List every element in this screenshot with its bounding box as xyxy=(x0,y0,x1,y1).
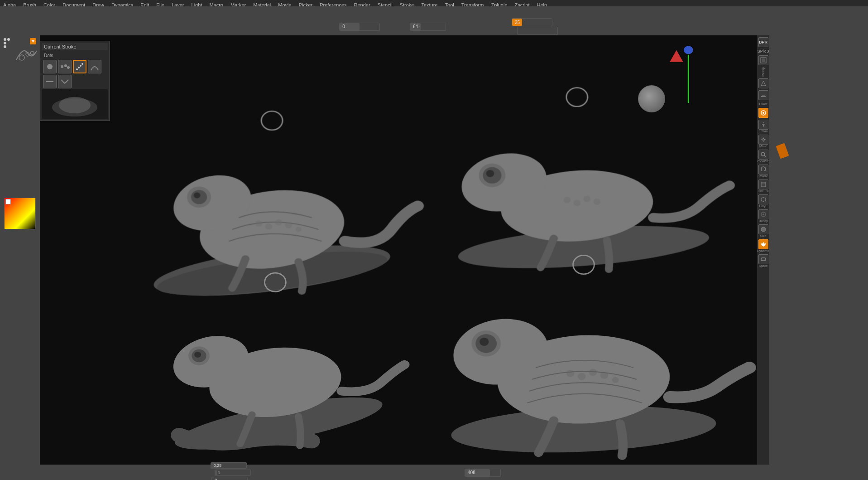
transp-btn[interactable] xyxy=(758,209,768,219)
lsym-label: L.Sym xyxy=(759,130,768,133)
svg-point-0 xyxy=(19,55,24,60)
rotate-view-btn[interactable] xyxy=(758,165,768,175)
stroke-type-5[interactable] xyxy=(43,75,57,88)
svg-rect-73 xyxy=(761,182,766,187)
floor-icon xyxy=(760,92,767,98)
svg-point-26 xyxy=(265,223,272,229)
linefill-btn[interactable] xyxy=(758,179,768,189)
svg-point-13 xyxy=(80,65,82,67)
stroke-type-4[interactable] xyxy=(88,60,101,73)
svg-point-78 xyxy=(762,213,764,215)
svg-point-27 xyxy=(275,219,282,225)
space-group: Space xyxy=(758,254,768,267)
draw-size-slider[interactable]: 64 xyxy=(410,23,446,31)
dynamic2-btn[interactable] xyxy=(758,239,768,249)
svg-point-71 xyxy=(761,152,765,156)
lazy-step-slider[interactable]: 0.25 xyxy=(211,462,247,469)
svg-point-11 xyxy=(76,68,78,70)
move-label: Move xyxy=(759,145,767,148)
dynamic-view-btn[interactable] xyxy=(758,55,768,65)
lsym-button[interactable] xyxy=(758,120,768,130)
chameleon-top-right xyxy=(454,87,729,275)
floor-button[interactable] xyxy=(758,90,768,100)
svg-point-24 xyxy=(194,192,201,198)
focal-shift-slider[interactable]: 0 xyxy=(339,23,380,31)
rotate-icon xyxy=(760,166,767,173)
navigation-sphere[interactable] xyxy=(638,85,665,112)
navicube[interactable] xyxy=(638,85,665,112)
move-group: Move xyxy=(758,135,768,148)
stroke-type-dots[interactable] xyxy=(73,60,86,73)
lsym-group: L.Sym xyxy=(758,120,768,133)
svg-marker-3 xyxy=(32,40,34,43)
linefill-label: Line Fill xyxy=(758,189,768,193)
lazy-radius-slider[interactable]: 1 xyxy=(215,470,251,476)
stroke-preview-area[interactable] xyxy=(3,37,37,72)
polyf-icon xyxy=(760,196,767,203)
svg-point-30 xyxy=(261,111,283,130)
spix-display: SPix 3 xyxy=(758,49,769,53)
persp-button[interactable] xyxy=(758,78,768,88)
linefill-group: Line Fill xyxy=(758,179,768,193)
middle-tools-strip: BPR SPix 3 Persp Floor xyxy=(757,35,769,465)
svg-marker-61 xyxy=(670,50,683,62)
color-picker[interactable] xyxy=(4,198,36,229)
svg-point-55 xyxy=(566,370,575,377)
rotate-label: Rotate xyxy=(758,175,768,178)
popup-indicator xyxy=(30,38,36,44)
resolution-slider[interactable]: 408 xyxy=(465,469,501,477)
svg-point-38 xyxy=(574,200,580,206)
solo-btn[interactable] xyxy=(758,224,768,234)
canvas-area[interactable] xyxy=(40,35,769,465)
svg-point-14 xyxy=(82,63,83,65)
stroke-popup-subtitle: Dots xyxy=(42,52,108,59)
zoom3d-btn[interactable] xyxy=(758,150,768,160)
svg-point-39 xyxy=(584,196,590,202)
svg-point-36 xyxy=(486,170,494,177)
chameleon-bottom-right xyxy=(446,255,749,458)
half-sphere-icon[interactable] xyxy=(202,20,215,33)
axis-indicator xyxy=(670,46,693,103)
dynamic2-label: Dynamic xyxy=(757,249,769,252)
solo-group: Solo xyxy=(758,224,768,238)
floor-label: Floor xyxy=(759,102,767,106)
toolbar: Home Page LightBox Live Boolean Edit Dra… xyxy=(0,18,868,35)
svg-point-37 xyxy=(564,197,571,203)
local-button[interactable] xyxy=(758,108,768,118)
linefill-icon xyxy=(760,181,767,188)
transp-group: Transp xyxy=(758,209,768,223)
stroke-panel: Stroke xyxy=(2,37,38,78)
svg-point-17 xyxy=(59,97,91,113)
color-picker-panel xyxy=(2,198,38,229)
svg-point-56 xyxy=(578,373,586,380)
svg-point-41 xyxy=(566,87,588,107)
stroke-type-6[interactable] xyxy=(58,75,72,88)
svg-point-10 xyxy=(67,66,70,69)
transp-label: Transp xyxy=(758,219,768,223)
svg-point-40 xyxy=(594,199,600,205)
stroke-type-1[interactable] xyxy=(43,60,57,73)
svg-rect-65 xyxy=(762,58,765,62)
transp-icon xyxy=(760,211,767,218)
local-icon xyxy=(760,110,767,116)
zoom3d-label: ZoomSD xyxy=(757,160,770,163)
stroke-popup-dots xyxy=(42,59,108,89)
dynamic2-icon xyxy=(760,241,767,247)
zoom3d-icon xyxy=(760,151,767,158)
move-view-btn[interactable] xyxy=(758,135,768,145)
stroke-popup: Current Stroke Dots xyxy=(40,41,110,121)
stroke-type-2[interactable] xyxy=(58,60,72,73)
svg-point-7 xyxy=(47,64,53,69)
polyf-btn[interactable] xyxy=(758,194,768,204)
svg-point-25 xyxy=(255,221,262,227)
dynamic-icon xyxy=(760,57,767,64)
lazy-snap-slider[interactable]: 0 xyxy=(211,477,248,480)
space-btn[interactable] xyxy=(758,254,768,264)
stroke-popup-preview xyxy=(42,89,108,119)
z-intensity-slider[interactable]: 25 xyxy=(512,18,552,26)
svg-point-9 xyxy=(64,64,67,67)
solo-label: Solo xyxy=(760,234,766,238)
rgb-intensity-slider[interactable] xyxy=(517,27,558,35)
bpr-button[interactable]: BPR xyxy=(758,37,768,47)
popup-arrow-icon xyxy=(31,39,35,44)
